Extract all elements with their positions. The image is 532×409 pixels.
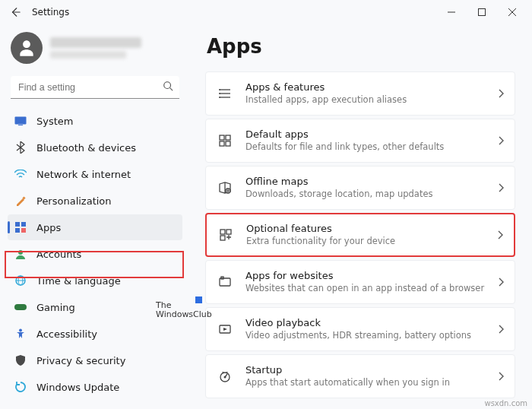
sidebar-item-label: Network & internet [36, 169, 131, 180]
profile-name [50, 37, 141, 48]
svg-rect-11 [15, 228, 20, 233]
svg-rect-9 [15, 222, 20, 227]
card-icon [217, 227, 234, 243]
card-subtitle: Installed apps, app execution aliases [245, 94, 492, 105]
svg-rect-27 [220, 141, 224, 146]
system-icon [14, 114, 27, 128]
card-icon [217, 321, 233, 338]
card-startup[interactable]: Startup Apps that start automatically wh… [205, 354, 515, 398]
chevron-right-icon [498, 325, 504, 334]
maximize-button[interactable] [467, 2, 497, 23]
card-icon [217, 179, 233, 196]
sidebar-item-time-language[interactable]: Time & language [8, 268, 182, 293]
minimize-button[interactable] [436, 2, 467, 23]
card-icon [217, 132, 233, 149]
back-button[interactable] [5, 2, 26, 23]
card-apps-for-websites[interactable]: Apps for websites Websites that can open… [205, 260, 515, 304]
page-title: Apps [207, 35, 515, 58]
net-icon [14, 167, 27, 181]
sidebar-item-apps[interactable]: Apps [8, 214, 182, 240]
sidebar-item-label: Privacy & security [36, 355, 125, 366]
svg-point-24 [219, 97, 220, 98]
svg-rect-1 [479, 9, 486, 16]
a11y-icon [14, 327, 27, 341]
sidebar-item-label: Personalization [36, 195, 112, 207]
sidebar-item-label: Gaming [36, 302, 75, 313]
wu-icon [14, 380, 27, 394]
sidebar-item-accessibility[interactable]: Accessibility [8, 321, 182, 347]
card-optional-features[interactable]: Optional features Extra functionality fo… [205, 213, 515, 257]
window-title: Settings [32, 7, 69, 17]
sidebar-item-bluetooth-devices[interactable]: Bluetooth & devices [8, 135, 182, 160]
avatar[interactable] [11, 32, 43, 64]
svg-rect-10 [21, 222, 26, 227]
card-subtitle: Websites that can open in an app instead… [245, 283, 492, 293]
card-subtitle: Extra functionality for your device [246, 236, 491, 246]
card-icon [217, 274, 233, 290]
svg-rect-17 [14, 304, 27, 310]
svg-point-23 [219, 93, 220, 94]
search-input[interactable] [11, 76, 179, 99]
card-title: Apps & features [245, 81, 492, 94]
sidebar-item-label: Windows Update [36, 382, 119, 393]
sidebar-item-accounts[interactable]: Accounts [8, 241, 182, 267]
svg-rect-6 [15, 117, 27, 125]
svg-rect-12 [21, 228, 26, 233]
card-title: Startup [245, 364, 492, 376]
svg-rect-31 [226, 230, 231, 234]
svg-rect-25 [220, 135, 224, 140]
svg-point-22 [219, 89, 220, 90]
card-title: Offline maps [245, 176, 492, 188]
card-title: Video playback [245, 317, 492, 329]
card-title: Default apps [245, 128, 492, 141]
card-icon [217, 85, 233, 102]
sidebar-item-personalization[interactable]: Personalization [8, 188, 182, 214]
card-subtitle: Defaults for file and link types, other … [245, 141, 492, 152]
svg-rect-28 [226, 141, 230, 146]
svg-rect-26 [226, 135, 230, 140]
svg-point-18 [19, 329, 22, 332]
sidebar-item-privacy-security[interactable]: Privacy & security [8, 347, 182, 373]
attribution-text: wsxdn.com [484, 399, 527, 407]
sidebar-item-system[interactable]: System [8, 108, 182, 134]
card-subtitle: Downloads, storage location, map updates [245, 189, 492, 199]
card-subtitle: Apps that start automatically when you s… [245, 377, 492, 388]
svg-rect-32 [220, 236, 225, 240]
sidebar-item-network-internet[interactable]: Network & internet [8, 161, 182, 187]
gaming-icon [14, 300, 27, 314]
sidebar-item-label: Accessibility [36, 328, 97, 340]
chevron-right-icon [498, 89, 504, 98]
profile-email [50, 51, 126, 59]
acct-icon [14, 247, 27, 261]
sidebar-item-label: Apps [36, 222, 61, 233]
bt-icon [14, 141, 27, 154]
close-button[interactable] [497, 2, 527, 23]
search-icon [163, 81, 173, 91]
card-subtitle: Video adjustments, HDR streaming, batter… [245, 330, 492, 341]
chevron-right-icon [498, 372, 504, 381]
sidebar-item-label: Time & language [36, 275, 121, 287]
svg-rect-7 [18, 125, 23, 125]
apps-icon [14, 220, 27, 234]
svg-line-5 [170, 88, 173, 91]
chevron-right-icon [498, 136, 504, 145]
time-icon [14, 274, 27, 287]
card-title: Apps for websites [245, 270, 492, 282]
svg-rect-30 [220, 230, 225, 234]
sidebar-item-windows-update[interactable]: Windows Update [8, 374, 182, 400]
card-default-apps[interactable]: Default apps Defaults for file and link … [205, 119, 515, 163]
card-title: Optional features [246, 223, 491, 235]
card-apps-features[interactable]: Apps & features Installed apps, app exec… [205, 71, 515, 116]
sidebar-item-label: System [36, 116, 73, 127]
chevron-right-icon [498, 277, 504, 287]
svg-point-4 [164, 82, 171, 89]
card-video-playback[interactable]: Video playback Video adjustments, HDR st… [205, 307, 515, 351]
sidebar-item-gaming[interactable]: Gaming [8, 294, 182, 320]
sidebar-item-label: Accounts [36, 249, 81, 260]
card-offline-maps[interactable]: Offline maps Downloads, storage location… [205, 166, 515, 210]
card-icon [217, 368, 233, 385]
priv-icon [14, 354, 27, 367]
sidebar-item-label: Bluetooth & devices [36, 142, 136, 154]
svg-point-13 [18, 250, 23, 255]
chevron-right-icon [498, 183, 504, 192]
